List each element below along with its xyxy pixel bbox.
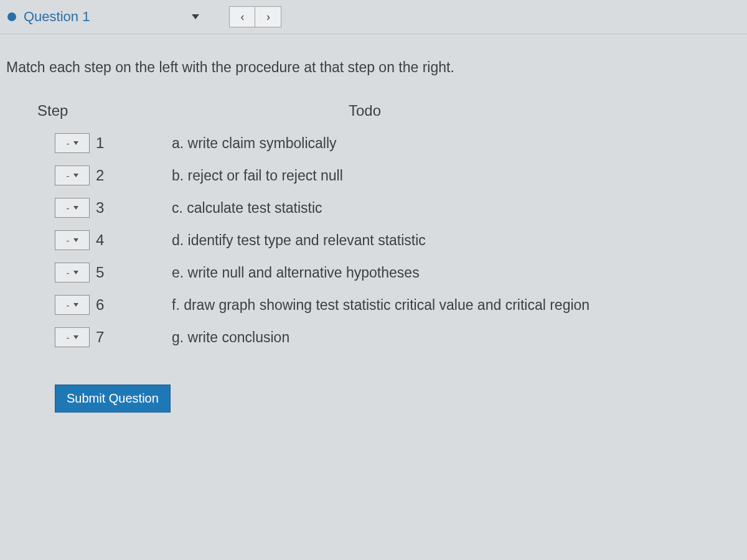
topbar: Question 1 ‹ › <box>0 0 747 34</box>
chevron-down-icon <box>73 238 78 242</box>
step-select-3[interactable]: - <box>55 198 90 218</box>
match-row: - 3 c. calculate test statistic <box>55 198 722 218</box>
match-row: - 6 f. draw graph showing test statistic… <box>55 295 722 315</box>
dropdown-caret-icon[interactable] <box>192 14 199 19</box>
todo-option: f. draw graph showing test statistic cri… <box>172 297 590 314</box>
rows-container: - 1 a. write claim symbolically - 2 b. r… <box>25 133 722 347</box>
select-value: - <box>67 300 70 310</box>
step-number: 2 <box>96 167 115 184</box>
todo-option: a. write claim symbolically <box>172 135 337 152</box>
step-number: 3 <box>96 199 115 217</box>
match-table: Step Todo - 1 a. write claim symbolicall… <box>0 95 747 413</box>
match-row: - 4 d. identify test type and relevant s… <box>55 230 722 250</box>
chevron-down-icon <box>73 335 78 339</box>
chevron-down-icon <box>73 141 78 145</box>
match-row: - 2 b. reject or fail to reject null <box>55 166 722 185</box>
step-number: 6 <box>96 296 115 314</box>
select-value: - <box>67 138 70 149</box>
next-question-button[interactable]: › <box>255 6 281 27</box>
match-row: - 1 a. write claim symbolically <box>55 133 722 153</box>
step-select-6[interactable]: - <box>55 295 90 315</box>
question-title[interactable]: Question 1 <box>24 9 90 25</box>
nav-group: ‹ › <box>229 6 281 27</box>
match-row: - 5 e. write null and alternative hypoth… <box>55 263 722 282</box>
step-number: 7 <box>96 329 115 346</box>
chevron-down-icon <box>73 271 78 274</box>
step-column-header: Step <box>37 102 349 119</box>
todo-option: d. identify test type and relevant stati… <box>172 232 426 249</box>
match-row: - 7 g. write conclusion <box>55 327 722 347</box>
step-select-1[interactable]: - <box>55 133 90 153</box>
select-value: - <box>67 235 70 246</box>
step-number: 5 <box>96 264 115 281</box>
select-value: - <box>67 203 70 213</box>
status-dot-icon <box>7 12 16 21</box>
todo-column-header: Todo <box>349 102 381 119</box>
chevron-down-icon <box>73 174 78 177</box>
todo-option: c. calculate test statistic <box>172 200 322 217</box>
step-number: 1 <box>96 134 115 152</box>
todo-option: g. write conclusion <box>172 329 289 346</box>
chevron-down-icon <box>73 206 78 210</box>
submit-question-button[interactable]: Submit Question <box>55 385 171 413</box>
step-select-7[interactable]: - <box>55 327 90 347</box>
select-value: - <box>67 170 70 181</box>
column-headers: Step Todo <box>25 95 722 133</box>
step-number: 4 <box>96 231 115 249</box>
select-value: - <box>67 268 70 278</box>
step-select-5[interactable]: - <box>55 263 90 282</box>
select-value: - <box>67 332 70 343</box>
todo-option: b. reject or fail to reject null <box>172 167 343 184</box>
prev-question-button[interactable]: ‹ <box>229 6 255 27</box>
step-select-2[interactable]: - <box>55 166 90 185</box>
chevron-down-icon <box>73 303 78 307</box>
instruction-text: Match each step on the left with the pro… <box>0 34 747 95</box>
step-select-4[interactable]: - <box>55 230 90 250</box>
todo-option: e. write null and alternative hypotheses <box>172 264 420 281</box>
